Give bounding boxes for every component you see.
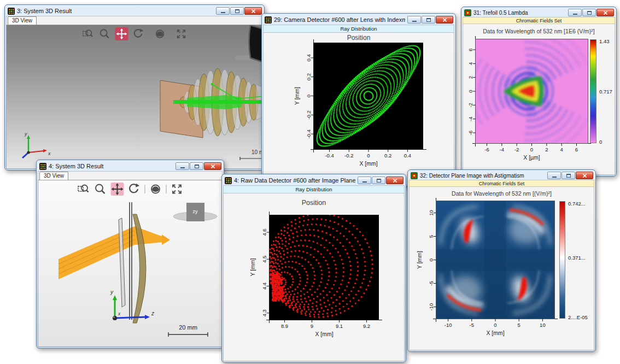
magnifier-icon [99,28,111,40]
minimize-button[interactable] [547,172,561,179]
window-controls [216,7,262,15]
svg-text:-4: -4 [467,116,473,121]
eye-icon [154,28,166,40]
window-titlebar[interactable]: 3: System 3D Result [6,6,263,16]
colorbar-mid: 0.371... [568,255,586,261]
toolbar-separator [145,185,145,193]
fit-view-button[interactable] [175,27,188,40]
svg-text:-4: -4 [500,146,504,152]
restore-button[interactable] [372,177,385,184]
svg-text:-0.4: -0.4 [306,130,312,138]
colorbar-max: 0.742... [568,201,586,207]
svg-text:-10: -10 [428,303,434,311]
plot-title: Data for Wavelength of 532 nm [(V/m)²] [410,190,594,197]
colorbar [559,201,565,319]
svg-text:4: 4 [467,62,473,65]
plot-title: Position [224,199,404,207]
system-3d-window-icon [8,8,15,15]
chromatic-fields-header: Chromatic Fields Set [463,17,615,24]
view-direction-button[interactable] [149,183,162,196]
svg-text:6: 6 [467,48,473,51]
eye-icon [149,183,162,196]
fit-view-button[interactable] [171,183,184,196]
window-controls [407,16,453,24]
minimize-button[interactable] [358,177,371,184]
axis-gizmo: y x [22,131,51,158]
svg-text:-0.4: -0.4 [325,152,334,158]
zoom-button[interactable] [94,183,107,196]
window-title: 29: Camera Detector #600 after Lens with… [274,16,405,23]
window-controls [568,9,614,16]
pan-button[interactable] [111,183,124,196]
restore-button[interactable] [422,16,435,24]
close-icon [603,10,608,15]
plot-title: Position [264,34,454,42]
zoom-button[interactable] [98,27,112,40]
expand-arrows-icon [171,183,184,196]
close-button[interactable] [436,16,453,24]
window-titlebar[interactable]: 29: Camera Detector #600 after Lens with… [263,15,454,25]
svg-text:0.2: 0.2 [306,73,312,80]
view-cube[interactable] [235,25,263,62]
window-titlebar[interactable]: 4: Raw Data Detector #600 after Image Pl… [223,175,405,185]
pan-button[interactable] [115,27,128,40]
window-raw-data-detector-4: 4: Raw Data Detector #600 after Image Pl… [221,174,406,363]
svg-text:4: 4 [560,146,563,152]
scatter-plot-area[interactable] [270,215,379,320]
trefoil-field-image [476,39,588,143]
svg-text:9.2: 9.2 [363,323,370,329]
window-title: 32: Detector Plane Image with Astigmatis… [420,173,545,179]
toolbar-separator [149,30,150,38]
close-button[interactable] [386,177,403,184]
svg-text:0: 0 [428,259,434,261]
close-button[interactable] [244,7,262,15]
gizmo-label-x: x [118,311,121,316]
tab-strip: 3D View [6,16,263,25]
system-3d-window-icon [39,163,46,170]
restore-button[interactable] [190,162,203,170]
window-titlebar[interactable]: 31: Trefoil 0.5 Lambda [463,8,615,17]
desktop: 3: System 3D Result 3D View [0,0,620,364]
zoom-region-button[interactable] [81,27,95,40]
restore-button[interactable] [582,9,596,16]
zoom-region-button[interactable] [77,183,90,196]
3d-viewport[interactable]: zy [38,180,223,347]
svg-text:-6: -6 [484,146,489,152]
close-button[interactable] [204,162,221,170]
window-titlebar[interactable]: 4: System 3D Result [38,161,223,171]
svg-text:-0.2: -0.2 [344,152,353,158]
tab-3d-view[interactable]: 3D View [8,16,37,25]
rotate-button[interactable] [132,27,145,40]
window-trefoil-31: 31: Trefoil 0.5 Lambda Chromatic Fields … [461,7,617,177]
chromatic-fields-header: Chromatic Fields Set [409,180,594,187]
ray-distribution-window-icon [225,177,232,184]
svg-text:0: 0 [494,322,496,328]
minimize-button[interactable] [176,162,189,170]
astigmatism-heatmap-area[interactable] [436,201,554,319]
svg-text:-6: -6 [467,131,473,135]
scatter-plot-area[interactable] [314,43,423,149]
svg-text:X [mm]: X [mm] [359,160,377,167]
close-icon [251,9,256,14]
trefoil-heatmap-area[interactable] [476,39,588,143]
close-button[interactable] [596,9,614,16]
window-title: 4: System 3D Result [49,163,173,169]
window-titlebar[interactable]: 32: Detector Plane Image with Astigmatis… [409,171,594,180]
minimize-button[interactable] [568,9,582,16]
restore-button[interactable] [561,172,575,179]
window-controls [547,172,593,179]
minimize-button[interactable] [407,16,421,24]
tab-3d-view[interactable]: 3D View [39,172,68,180]
rotate-button[interactable] [128,183,141,196]
orientation-cube[interactable]: zy [173,203,217,221]
window-title: 31: Trefoil 0.5 Lambda [473,10,566,16]
close-button[interactable] [576,172,593,179]
svg-text:4.3: 4.3 [261,309,267,316]
restore-button[interactable] [230,7,244,15]
minimize-button[interactable] [216,7,230,15]
rotate-icon [133,28,145,40]
3d-viewport[interactable]: y x 10 mm [6,25,263,169]
view-direction-button[interactable] [154,27,167,40]
gizmo-label-x: x [48,151,51,156]
ray-distribution-header: Ray Distribution [263,25,454,33]
